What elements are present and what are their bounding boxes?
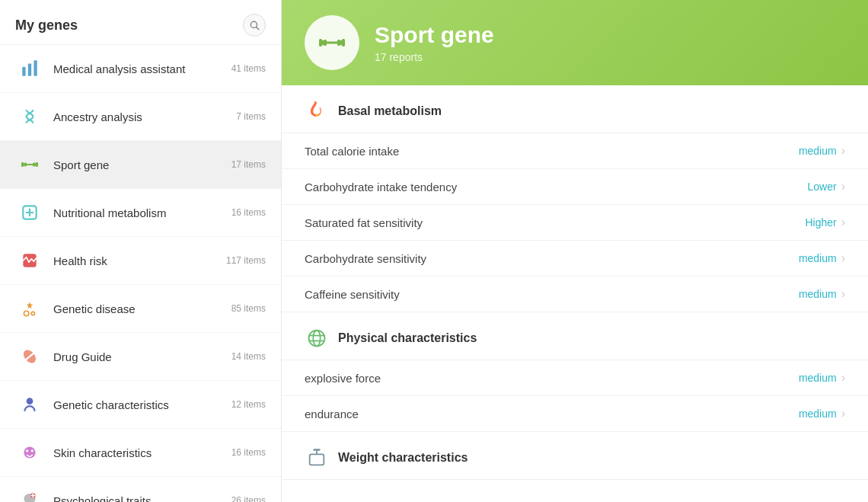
sidebar-label-drug: Drug Guide	[53, 350, 231, 363]
sidebar-count-psych: 26 items	[231, 495, 266, 502]
sidebar-icon-sport	[15, 150, 44, 179]
section-physical: Physical characteristics explosive force…	[282, 312, 868, 432]
svg-point-18	[27, 398, 34, 404]
section-title-physical: Physical characteristics	[338, 331, 477, 345]
chevron-right-icon: ›	[841, 287, 845, 301]
svg-rect-7	[21, 162, 24, 167]
sidebar-label-skin: Skin characteristics	[53, 446, 231, 459]
sidebar-icon-health	[15, 246, 44, 275]
svg-rect-31	[342, 39, 345, 46]
section-basal: Basal metabolism Total calorie intake me…	[282, 85, 868, 312]
svg-rect-4	[34, 60, 37, 76]
sidebar-item-nutritional[interactable]: Nutritional metabolism 16 items	[0, 189, 281, 237]
list-value: Higher	[805, 216, 836, 229]
svg-rect-30	[319, 39, 322, 46]
list-item-basal-3[interactable]: Carbohydrate sensitivity medium ›	[282, 241, 868, 277]
sidebar-count-medical: 41 items	[231, 63, 266, 74]
svg-rect-33	[324, 40, 327, 46]
svg-rect-39	[310, 454, 324, 465]
list-value: medium	[799, 252, 837, 264]
list-item-basal-1[interactable]: Carbohydrate intake tendency Lower ›	[282, 169, 868, 205]
list-value-wrap: medium ›	[799, 144, 845, 158]
banner-title: Sport gene	[375, 22, 494, 48]
sidebar-item-ancestry[interactable]: Ancestry analysis 7 items	[0, 93, 281, 141]
sidebar-item-genetic-char[interactable]: Genetic characteristics 12 items	[0, 381, 281, 429]
list-value-wrap: Higher ›	[805, 216, 845, 229]
svg-rect-41	[313, 449, 320, 450]
sidebar-count-genetic-disease: 85 items	[231, 303, 266, 314]
list-label: Carbohydrate intake tendency	[305, 181, 457, 193]
list-item-physical-1[interactable]: endurance medium ›	[282, 396, 868, 432]
sidebar-icon-skin	[15, 438, 44, 467]
svg-point-14	[24, 311, 29, 316]
sidebar-item-genetic-disease[interactable]: Genetic disease 85 items	[0, 285, 281, 333]
sidebar-icon-drug	[15, 342, 44, 371]
sidebar-header: My genes	[0, 0, 281, 45]
sidebar-item-psych[interactable]: Psychological traits 26 items	[0, 477, 281, 502]
svg-point-20	[26, 449, 28, 452]
sidebar-item-drug[interactable]: Drug Guide 14 items	[0, 333, 281, 381]
svg-line-1	[257, 27, 259, 30]
sidebar-count-drug: 14 items	[231, 351, 266, 362]
sidebar-count-nutritional: 16 items	[231, 207, 266, 218]
sidebar-items-list: Medical analysis assistant 41 items Ance…	[0, 45, 281, 502]
sidebar-count-sport: 17 items	[231, 159, 266, 170]
list-value: medium	[799, 145, 837, 157]
svg-point-15	[31, 312, 34, 315]
list-value: medium	[799, 288, 837, 300]
sidebar-icon-ancestry	[15, 102, 44, 131]
list-value-wrap: medium ›	[799, 287, 845, 301]
section-header-physical: Physical characteristics	[282, 312, 868, 360]
list-value: medium	[799, 408, 837, 420]
chevron-right-icon: ›	[841, 371, 845, 385]
main-content: Sport gene 17 reports Basal metabolism T…	[282, 0, 868, 502]
list-label: Saturated fat sensitivity	[305, 216, 423, 229]
section-icon-basal	[305, 99, 329, 123]
sections-container: Basal metabolism Total calorie intake me…	[282, 85, 868, 480]
list-label: endurance	[305, 408, 359, 420]
banner: Sport gene 17 reports	[282, 0, 868, 85]
section-title-weight: Weight characteristics	[338, 451, 468, 465]
sidebar-label-ancestry: Ancestry analysis	[53, 110, 236, 123]
sidebar-label-sport: Sport gene	[53, 158, 231, 171]
svg-rect-11	[33, 163, 35, 167]
sidebar-count-skin: 16 items	[231, 447, 266, 458]
banner-subtitle: 17 reports	[375, 51, 494, 63]
svg-rect-8	[36, 162, 38, 167]
sidebar-title: My genes	[15, 18, 78, 34]
sidebar-item-sport[interactable]: Sport gene 17 items	[0, 141, 281, 189]
svg-point-35	[309, 331, 325, 347]
list-label: explosive force	[305, 372, 381, 385]
list-item-basal-2[interactable]: Saturated fat sensitivity Higher ›	[282, 205, 868, 241]
chevron-right-icon: ›	[841, 251, 845, 265]
list-item-basal-0[interactable]: Total calorie intake medium ›	[282, 133, 868, 169]
sidebar-item-medical[interactable]: Medical analysis assistant 41 items	[0, 45, 281, 93]
sidebar-label-psych: Psychological traits	[53, 494, 231, 503]
section-weight: Weight characteristics	[282, 432, 868, 480]
list-label: Carbohydrate sensitivity	[305, 252, 426, 265]
list-value-wrap: medium ›	[799, 251, 845, 265]
section-title-basal: Basal metabolism	[338, 104, 442, 118]
chevron-right-icon: ›	[841, 180, 845, 193]
sidebar-count-genetic-char: 12 items	[231, 399, 266, 410]
list-value: Lower	[808, 181, 837, 193]
sidebar-count-ancestry: 7 items	[236, 111, 266, 122]
list-item-physical-0[interactable]: explosive force medium ›	[282, 360, 868, 396]
sidebar-label-medical: Medical analysis assistant	[53, 62, 231, 75]
sidebar-item-health[interactable]: Health risk 117 items	[0, 237, 281, 285]
svg-rect-2	[22, 67, 25, 76]
sidebar-item-skin[interactable]: Skin characteristics 16 items	[0, 429, 281, 477]
sidebar-icon-medical	[15, 54, 44, 83]
sidebar-icon-genetic-disease	[15, 294, 44, 323]
list-label: Caffeine sensitivity	[305, 288, 400, 301]
svg-rect-32	[325, 42, 339, 44]
sidebar-icon-genetic-char	[15, 390, 44, 419]
list-item-basal-4[interactable]: Caffeine sensitivity medium ›	[282, 277, 868, 312]
section-icon-physical	[305, 326, 329, 350]
sidebar-label-nutritional: Nutritional metabolism	[53, 206, 231, 219]
chevron-right-icon: ›	[841, 144, 845, 158]
search-button[interactable]	[243, 14, 266, 37]
svg-point-36	[313, 331, 320, 347]
list-value-wrap: medium ›	[799, 407, 845, 420]
list-value-wrap: Lower ›	[808, 180, 845, 193]
